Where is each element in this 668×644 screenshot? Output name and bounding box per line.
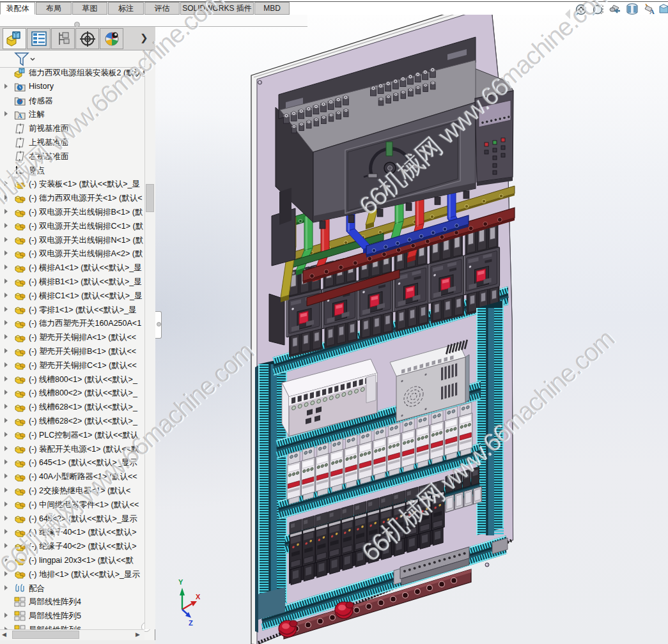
svg-text:A: A: [17, 112, 22, 119]
svg-text:A: A: [649, 8, 655, 15]
svg-text:X: X: [196, 593, 201, 601]
svg-text:Z: Z: [189, 619, 193, 627]
svg-text:Y: Y: [178, 578, 183, 586]
